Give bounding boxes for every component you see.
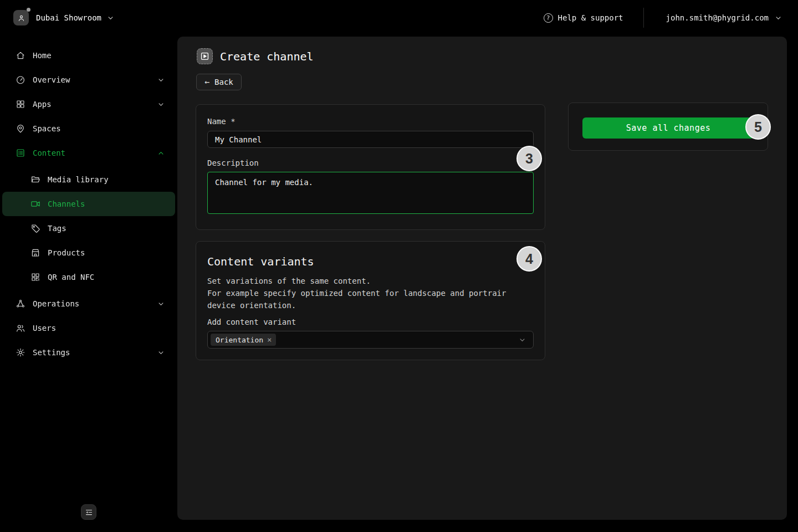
sidebar-item-media-library[interactable]: Media library <box>0 167 177 192</box>
sidebar-item-label: Tags <box>48 224 66 233</box>
top-bar: Dubai Showroom ? Help & support john.smi… <box>0 0 798 35</box>
chevron-down-icon <box>157 300 165 308</box>
status-dot <box>27 8 30 12</box>
home-icon <box>16 50 25 60</box>
sidebar-item-label: Apps <box>33 100 52 109</box>
gear-icon <box>16 347 25 357</box>
map-pin-icon <box>16 124 25 134</box>
chevron-up-icon <box>157 149 165 157</box>
description-textarea[interactable]: Channel for my media. <box>207 172 534 214</box>
sidebar-collapse-button[interactable] <box>81 504 96 520</box>
step-badge-3: 3 <box>516 146 542 171</box>
content-variant-select[interactable]: Orientation × <box>207 331 534 349</box>
sidebar-item-overview[interactable]: Overview <box>0 68 177 92</box>
chevron-down-icon <box>157 349 165 357</box>
sidebar-item-label: Media library <box>48 175 109 184</box>
tag-icon <box>30 223 40 233</box>
help-icon: ? <box>544 13 553 23</box>
chevron-down-icon <box>157 76 165 84</box>
org-switcher[interactable]: Dubai Showroom <box>13 10 115 25</box>
video-camera-icon <box>30 199 40 209</box>
name-label: Name * <box>207 117 236 126</box>
nodes-icon <box>16 299 25 309</box>
qr-code-icon <box>30 272 40 282</box>
main-content-panel: Create channel ← Back Name * Description… <box>177 37 787 520</box>
sidebar-item-channels[interactable]: Channels <box>2 192 175 216</box>
sidebar-item-label: Users <box>33 324 56 332</box>
topbar-divider <box>643 8 644 28</box>
users-icon <box>16 323 25 333</box>
channel-play-icon <box>197 48 213 64</box>
sidebar-item-qr-and-nfc[interactable]: QR and NFC <box>0 265 177 289</box>
sidebar-item-operations[interactable]: Operations <box>0 291 177 316</box>
page-header: Create channel <box>177 37 787 64</box>
sidebar-item-label: Settings <box>33 348 70 357</box>
sidebar-item-label: QR and NFC <box>48 273 94 282</box>
sidebar-item-products[interactable]: Products <box>0 241 177 265</box>
description-label: Description <box>207 158 534 167</box>
sidebar-item-label: Spaces <box>33 124 61 133</box>
sidebar-item-label: Overview <box>33 75 70 84</box>
orientation-tag-label: Orientation <box>216 336 263 344</box>
sidebar: Home Overview Apps Spaces Content Media … <box>0 35 177 532</box>
content-list-icon <box>16 148 25 158</box>
user-email: john.smith@phygrid.com <box>666 13 769 22</box>
content-variants-description: Set variations of the same content. For … <box>207 275 534 311</box>
save-all-changes-button[interactable]: Save all changes <box>582 117 754 139</box>
back-button[interactable]: ← Back <box>196 74 242 90</box>
sidebar-item-apps[interactable]: Apps <box>0 92 177 116</box>
sidebar-item-label: Products <box>48 248 85 257</box>
sidebar-item-settings[interactable]: Settings <box>0 340 177 365</box>
sidebar-item-spaces[interactable]: Spaces <box>0 116 177 141</box>
user-menu[interactable]: john.smith@phygrid.com <box>666 13 782 22</box>
help-support-button[interactable]: ? Help & support <box>544 13 623 23</box>
sidebar-item-tags[interactable]: Tags <box>0 216 177 241</box>
collapse-sidebar-icon <box>85 508 93 516</box>
chevron-down-icon <box>157 100 165 109</box>
step-badge-4: 4 <box>516 246 542 272</box>
sidebar-item-label: Channels <box>48 200 85 208</box>
folder-open-icon <box>30 175 40 185</box>
page-title: Create channel <box>220 50 314 63</box>
sidebar-item-users[interactable]: Users <box>0 316 177 340</box>
sidebar-item-label: Operations <box>33 299 79 308</box>
chevron-down-icon <box>518 336 526 344</box>
save-card: Save all changes 5 <box>568 103 768 151</box>
content-submenu: Media library Channels Tags Products QR … <box>0 167 177 289</box>
orientation-tag-chip: Orientation × <box>211 334 276 346</box>
sidebar-item-label: Content <box>33 149 65 157</box>
storefront-icon <box>30 248 40 258</box>
name-input[interactable] <box>207 131 534 148</box>
content-variants-card: Content variants Set variations of the s… <box>196 241 545 360</box>
dashboard-icon <box>16 75 25 85</box>
org-name: Dubai Showroom <box>36 13 101 22</box>
channel-details-card: Name * Description Channel for my media.… <box>196 104 545 230</box>
content-variants-title: Content variants <box>207 255 534 268</box>
sidebar-item-content[interactable]: Content <box>0 141 177 165</box>
back-arrow-icon: ← <box>204 77 209 87</box>
sidebar-item-label: Home <box>33 51 52 60</box>
help-label: Help & support <box>558 13 623 22</box>
chevron-down-icon <box>774 14 782 22</box>
remove-tag-icon[interactable]: × <box>267 335 272 344</box>
add-content-variant-label: Add content variant <box>207 318 534 326</box>
step-badge-5: 5 <box>745 114 771 140</box>
org-avatar-icon <box>13 10 29 25</box>
apps-grid-icon <box>16 99 25 109</box>
chevron-down-icon <box>106 14 115 22</box>
sidebar-item-home[interactable]: Home <box>0 43 177 68</box>
back-label: Back <box>214 78 233 86</box>
